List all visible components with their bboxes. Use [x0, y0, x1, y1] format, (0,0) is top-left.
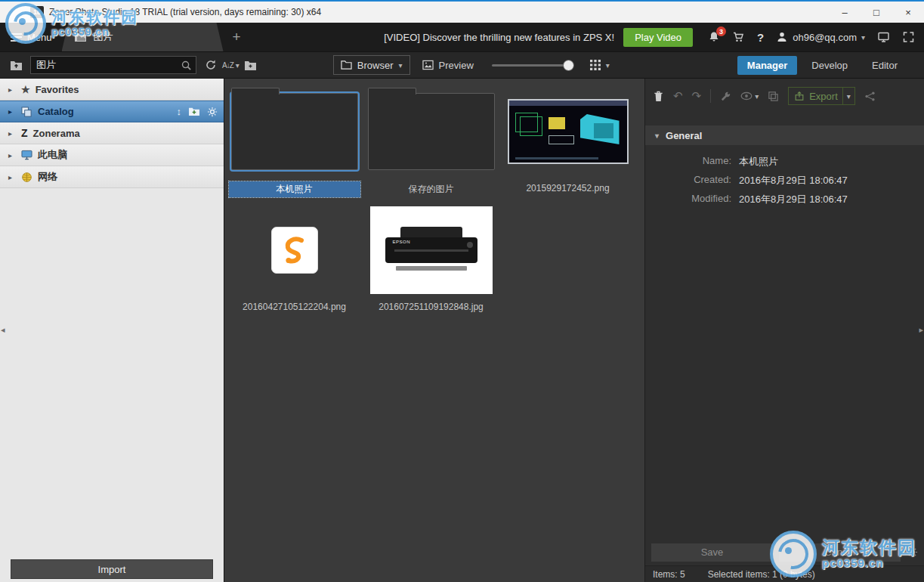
tab-pictures[interactable]: 图片: [62, 23, 224, 51]
menu-button[interactable]: Menu: [0, 23, 62, 51]
tile-image-cad[interactable]: 2015929172452.png: [499, 82, 636, 201]
browser-mode-dropdown[interactable]: Browser ▾: [333, 55, 410, 75]
delete-button[interactable]: [653, 90, 664, 103]
copy-icon: [768, 91, 779, 102]
help-button[interactable]: ?: [757, 31, 764, 44]
share-button[interactable]: [864, 91, 876, 102]
window-controls: – □ ×: [829, 2, 924, 23]
grid-view-icon: [590, 60, 601, 70]
browser-label: Browser: [357, 60, 394, 71]
tile-folder-local-photos[interactable]: 本机照片: [226, 82, 363, 201]
section-title: General: [666, 130, 702, 141]
minimize-button[interactable]: –: [829, 2, 861, 23]
gear-icon[interactable]: [207, 107, 218, 117]
store-button[interactable]: [732, 31, 745, 43]
tile-folder-saved-pictures[interactable]: 保存的图片: [363, 82, 499, 201]
panel-settings-gear-icon[interactable]: [907, 546, 918, 558]
tile-label: 201607251109192848.jpg: [374, 300, 488, 314]
view-mode-dropdown[interactable]: ▾: [586, 55, 614, 75]
sidebar-item-catalog[interactable]: ▸ Catalog ↕: [0, 101, 224, 122]
cancel-button[interactable]: Cancel: [779, 543, 901, 562]
tile-image-printer[interactable]: EPSON 201607251109192848.jpg: [363, 201, 499, 320]
navigation-sidebar: ▸ ★ Favorites ▸ Catalog ↕: [0, 79, 224, 582]
expand-arrow-icon[interactable]: ▸: [8, 151, 16, 159]
add-folder-icon[interactable]: [188, 107, 200, 116]
new-folder-button[interactable]: [241, 55, 261, 75]
sidebar-item-label: 此电脑: [38, 148, 67, 162]
parent-folder-button[interactable]: [6, 55, 26, 75]
notifications-button[interactable]: 3: [708, 31, 720, 43]
cad-screenshot-thumbnail: [508, 99, 629, 164]
chevron-down-icon: ▾: [847, 92, 851, 101]
refresh-button[interactable]: [201, 55, 221, 75]
expand-arrow-icon[interactable]: ▸: [8, 129, 16, 138]
sidebar-item-network[interactable]: ▸ 网络: [0, 166, 224, 188]
star-icon: ★: [21, 84, 30, 95]
mode-manager-button[interactable]: Manager: [737, 56, 797, 75]
share-icon: [864, 91, 876, 102]
display-icon: [877, 31, 890, 43]
general-section-header[interactable]: ▾ General: [645, 125, 924, 145]
rotate-right-button[interactable]: ↷: [692, 89, 702, 103]
sidebar-item-zonerama[interactable]: ▸ Z Zonerama: [0, 122, 224, 144]
topbar: Menu 图片 + [VIDEO] Discover the thrilling…: [0, 23, 924, 51]
sidebar-item-favorites[interactable]: ▸ ★ Favorites: [0, 79, 224, 101]
path-input[interactable]: [36, 60, 181, 71]
zonerama-icon: Z: [21, 127, 28, 139]
section-collapse-icon: ▾: [655, 132, 659, 140]
search-icon[interactable]: [181, 60, 192, 71]
tile-label: 本机照片: [229, 181, 360, 197]
metadata-fields: Name: 本机照片 Created: 2016年8月29日 18:06:47 …: [645, 145, 924, 212]
printer-brand-text: EPSON: [393, 240, 411, 244]
tile-label: 20160427105122204.png: [238, 300, 351, 314]
folder-up-icon: [10, 60, 23, 71]
import-button[interactable]: Import: [11, 559, 213, 579]
expand-arrow-icon[interactable]: ▸: [8, 173, 16, 181]
export-dropdown[interactable]: ▾: [842, 88, 854, 104]
export-button[interactable]: Export ▾: [788, 87, 855, 105]
field-value: 2016年8月29日 18:06:47: [739, 193, 848, 206]
maximize-button[interactable]: □: [861, 2, 892, 23]
preview-toggle[interactable]: Preview: [418, 55, 478, 75]
chevron-down-icon: ▾: [861, 33, 865, 42]
play-video-button[interactable]: Play Video: [623, 28, 693, 47]
sort-button[interactable]: A↓Z ▾: [221, 55, 241, 75]
mode-develop-button[interactable]: Develop: [802, 56, 858, 75]
visibility-dropdown[interactable]: ▾: [740, 91, 759, 101]
close-button[interactable]: ×: [892, 2, 924, 23]
quick-edits-button[interactable]: [720, 91, 731, 102]
expand-arrow-icon[interactable]: ▸: [8, 107, 16, 116]
slider-knob[interactable]: [563, 60, 574, 71]
field-modified: Modified: 2016年8月29日 18:06:47: [653, 193, 916, 206]
copy-button[interactable]: [768, 91, 779, 102]
sidebar-item-this-pc[interactable]: ▸ 此电脑: [0, 144, 224, 166]
tile-image-app-icon[interactable]: 20160427105122204.png: [226, 201, 363, 320]
network-globe-icon: [21, 172, 32, 183]
wrench-icon: [720, 91, 731, 102]
fullscreen-button[interactable]: [902, 31, 915, 43]
account-menu[interactable]: oh96@qq.com ▾: [776, 31, 865, 43]
second-display-button[interactable]: [877, 31, 890, 43]
save-button[interactable]: Save: [651, 543, 773, 562]
export-label: Export: [809, 91, 838, 102]
fullscreen-icon: [902, 31, 915, 43]
sidebar-item-label: Favorites: [36, 84, 79, 95]
preview-label: Preview: [439, 60, 474, 71]
info-panel-toolbar: ↶ ↷ ▾: [645, 79, 924, 113]
folder-icon: [368, 93, 495, 170]
rotate-left-button[interactable]: ↶: [673, 89, 683, 103]
account-email: oh96@qq.com: [793, 32, 857, 43]
thumbnail-size-slider[interactable]: [492, 64, 572, 67]
window-title: Zoner Photo Studio 18 TRIAL (trial versi…: [49, 7, 321, 17]
hamburger-icon: [11, 31, 22, 43]
mode-editor-button[interactable]: Editor: [862, 56, 907, 75]
titlebar: 18 Zoner Photo Studio 18 TRIAL (trial ve…: [0, 2, 924, 23]
chevron-down-icon: ▾: [236, 61, 239, 70]
new-tab-button[interactable]: +: [224, 29, 250, 45]
catalog-sort-icon[interactable]: ↕: [177, 106, 182, 117]
statusbar: Items: 5 Selected items: 1 (0 bytes): [645, 565, 924, 582]
collapse-right-panel-arrow[interactable]: ▸: [919, 325, 923, 335]
expand-arrow-icon[interactable]: ▸: [8, 85, 16, 94]
collapse-left-panel-arrow[interactable]: ◂: [1, 325, 5, 335]
export-icon: [794, 91, 805, 101]
